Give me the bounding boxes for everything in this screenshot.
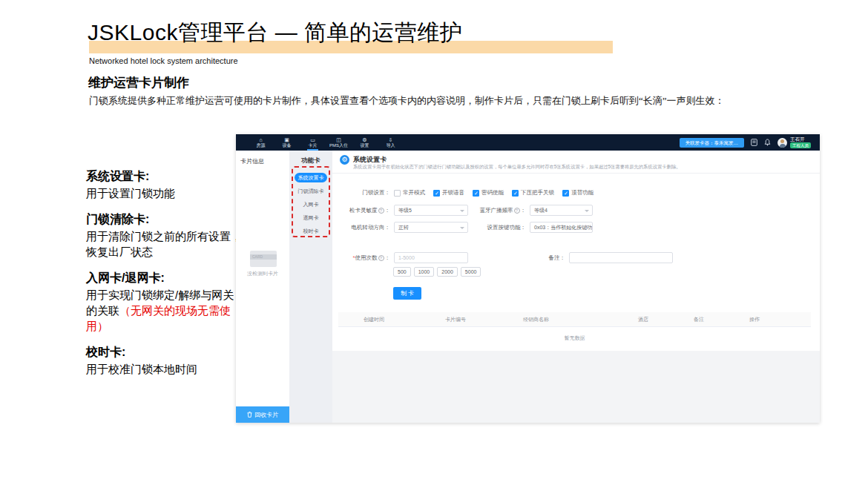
checkbox-replace-function[interactable]: [562, 190, 569, 197]
user-name: 王石开: [790, 136, 805, 142]
nav-item-label: 房源: [257, 143, 266, 148]
select-value: 等级4: [534, 207, 548, 214]
column-card-number: 卡片编号: [445, 316, 523, 323]
note-title: 入网卡/退网卡:: [86, 271, 243, 285]
nav-item-label: PMS入住: [329, 143, 348, 148]
lock-settings-label: 门锁设置：: [332, 189, 390, 197]
recycle-card-label: 回收卡片: [254, 411, 278, 419]
column-actions: 操作: [749, 316, 811, 323]
key-function-select[interactable]: 0x03：当作初始化按键功能使…: [530, 222, 593, 233]
function-card-menu-title: 功能卡: [289, 151, 332, 165]
card-info-title: 卡片信息: [240, 157, 264, 165]
checkbox-handle-lock[interactable]: [512, 190, 519, 197]
remark-input[interactable]: [569, 252, 673, 263]
nav-item-settings[interactable]: ⚙ 设置: [353, 134, 376, 151]
lock-settings-checkboxes: 常开模式 开锁语音 密码使能 下压把手关锁: [394, 189, 594, 197]
menu-item-time-sync-card[interactable]: 校时卡: [295, 226, 327, 236]
menu-item-join-network-card[interactable]: 入网卡: [295, 200, 327, 209]
checkbox-label: 下压把手关锁: [521, 189, 554, 197]
checkbox-label: 顶替功能: [571, 189, 594, 197]
checkbox-normally-open[interactable]: [394, 190, 401, 197]
info-icon: [514, 208, 520, 214]
quick-amounts-row: 500 1000 2000 5000: [393, 267, 481, 277]
label-text: 使用次数: [355, 254, 378, 262]
section-heading: 维护运营卡片制作: [88, 74, 189, 91]
info-icon: [378, 208, 384, 214]
checkbox-password-enable[interactable]: [473, 190, 479, 197]
nav-item-import[interactable]: ⇩ 导入: [379, 134, 402, 151]
slide-title: JSKLock管理平台 — 简单的运营维护: [88, 18, 463, 48]
recycle-card-button[interactable]: 回收卡片: [236, 406, 289, 423]
nav-item-label: 卡片: [309, 143, 318, 148]
checkbox-unlock-voice[interactable]: [433, 190, 440, 197]
select-row-2: 电机转动方向： 正转 设置按键功能： 0x03：当作初始化按键功能使…: [332, 222, 593, 233]
trash-icon: [247, 412, 252, 418]
motor-direction-label: 电机转动方向：: [332, 224, 390, 231]
amount-500-button[interactable]: 500: [393, 267, 411, 277]
note-body: 用于清除门锁之前的所有设置，恢复出厂状态: [86, 228, 243, 260]
amount-5000-button[interactable]: 5000: [461, 267, 481, 277]
label-colon: ：: [385, 254, 391, 262]
checkbox-group-password-enable: 密码使能: [473, 189, 504, 197]
cards-table-header: 创建时间 卡片编号 经销商名称 酒店 备注 操作: [338, 312, 811, 327]
nav-item-devices[interactable]: ▣ 设备: [275, 134, 298, 151]
table-empty-state: 暂无数据: [338, 334, 811, 342]
checkbox-label: 常开模式: [403, 189, 425, 197]
label-text: 检卡灵敏度: [349, 207, 378, 214]
card-word: CARD: [252, 254, 263, 260]
select-value: 0x03：当作初始化按键功能使…: [534, 224, 593, 231]
notes-column: 系统设置卡: 用于设置门锁功能 门锁清除卡: 用于清除门锁之前的所有设置，恢复出…: [86, 170, 243, 389]
nav-item-cards[interactable]: ▭ 卡片: [301, 134, 324, 151]
menu-item-lock-clear-card[interactable]: 门锁清除卡: [295, 186, 327, 196]
nav-item-rooms[interactable]: ⌂ 房源: [249, 134, 272, 151]
menu-item-system-setting-card[interactable]: 系统设置卡: [295, 173, 327, 182]
note-title: 校时卡:: [86, 346, 243, 359]
note-title: 门锁清除卡:: [86, 213, 243, 226]
make-card-button[interactable]: 制 卡: [393, 287, 421, 300]
sensitivity-select[interactable]: 等级5: [394, 205, 468, 216]
message-icon[interactable]: [751, 139, 757, 146]
broadcast-label: 蓝牙广播频率 ：: [468, 207, 526, 214]
usage-row: 使用次数 ： 备注：: [332, 252, 673, 263]
label-colon: ：: [521, 207, 527, 214]
note-body: 用于设置门锁功能: [86, 185, 243, 201]
building-icon: ◫: [336, 137, 341, 142]
note-body: 用于实现门锁绑定/解绑与网关的关联（无网关的现场无需使用）: [86, 287, 243, 334]
card-stripe: CARD: [250, 254, 277, 260]
column-remark: 备注: [694, 316, 749, 323]
bell-icon[interactable]: [764, 139, 771, 146]
checkbox-label: 开锁语音: [442, 189, 464, 197]
note-body: 用于校准门锁本地时间: [86, 361, 243, 377]
annotation-red-dashed-box: 系统设置卡 门锁清除卡 入网卡 退网卡 校时卡: [292, 166, 330, 237]
nav-item-pms-checkin[interactable]: ◫ PMS入住: [327, 134, 350, 151]
app-screenshot: ⌂ 房源 ▣ 设备 ▭ 卡片 ◫ PMS入住 ⚙ 设置: [236, 134, 820, 423]
checkbox-group-unlock-voice: 开锁语音: [433, 189, 464, 197]
column-created-time: 创建时间: [364, 316, 445, 323]
header-divider: [332, 173, 820, 174]
gear-icon: ⚙: [362, 137, 366, 142]
note-time-card: 校时卡: 用于校准门锁本地时间: [86, 346, 243, 377]
amount-2000-button[interactable]: 2000: [437, 267, 458, 277]
main-panel-description: 系统设置卡用于在初始化状态下的门锁进行门锁功能以及授权的设置，每个单位最多允许同…: [353, 164, 681, 171]
usage-count-label: 使用次数 ：: [332, 254, 390, 262]
function-card-menu: 功能卡 系统设置卡 门锁清除卡 入网卡 退网卡 校时卡: [289, 151, 332, 423]
usage-count-input[interactable]: [394, 252, 468, 263]
top-navbar: ⌂ 房源 ▣ 设备 ▭ 卡片 ◫ PMS入住 ⚙ 设置: [236, 134, 820, 151]
main-panel: ⚙ 系统设置卡 系统设置卡用于在初始化状态下的门锁进行门锁功能以及授权的设置，每…: [332, 151, 820, 423]
menu-item-exit-network-card[interactable]: 退网卡: [295, 213, 327, 222]
lock-settings-row: 门锁设置： 常开模式 开锁语音 密码使能: [332, 189, 594, 197]
note-network-card: 入网卡/退网卡: 用于实现门锁绑定/解绑与网关的关联（无网关的现场无需使用）: [86, 271, 243, 334]
no-card-detected-text: 没检测到卡片: [236, 270, 289, 277]
user-menu[interactable]: 王石开 工程人员: [777, 136, 811, 148]
card-issuer-button[interactable]: 关联发卡器：泰禾寓发…: [680, 138, 745, 148]
user-meta: 王石开 工程人员: [790, 136, 811, 148]
amount-1000-button[interactable]: 1000: [414, 267, 435, 277]
checkbox-group-replace-function: 顶替功能: [562, 189, 594, 197]
motor-direction-select[interactable]: 正转: [394, 222, 468, 233]
sensitivity-label: 检卡灵敏度 ：: [332, 207, 390, 214]
column-dealer-name: 经销商名称: [523, 316, 638, 323]
note-system-card: 系统设置卡: 用于设置门锁功能: [86, 170, 243, 201]
avatar: [777, 138, 787, 148]
note-clear-card: 门锁清除卡: 用于清除门锁之前的所有设置，恢复出厂状态: [86, 213, 243, 260]
broadcast-select[interactable]: 等级4: [530, 205, 593, 216]
